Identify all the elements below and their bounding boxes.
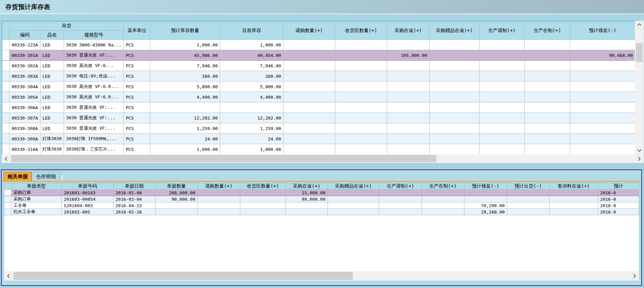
cell[interactable]: 工令单 <box>11 202 61 209</box>
cell[interactable] <box>429 82 479 92</box>
column-header-group-inventory[interactable]: 存货 <box>9 22 124 31</box>
row-selector-header[interactable] <box>2 22 9 40</box>
row-selector-cell[interactable] <box>4 196 11 202</box>
cell[interactable] <box>240 196 285 202</box>
column-header[interactable]: 采购在途(+) <box>286 183 328 190</box>
cell[interactable]: LED <box>40 92 64 102</box>
cell[interactable] <box>240 202 285 209</box>
cell[interactable]: 3030 普通光效 VF:... <box>64 113 124 123</box>
cell[interactable] <box>570 123 635 134</box>
cell[interactable] <box>335 92 387 102</box>
inventory-row[interactable]: 00330-305ALED3030 高光效 VF:6.0...PCS4,400.… <box>2 92 635 102</box>
cell[interactable] <box>525 144 570 155</box>
cell[interactable] <box>429 144 479 155</box>
cell[interactable]: 201601-00143 <box>62 190 113 196</box>
cell[interactable]: 2016-0 <box>598 202 639 209</box>
cell[interactable]: 90,000.00 <box>155 196 197 202</box>
cell[interactable] <box>387 102 430 113</box>
cell[interactable] <box>286 202 328 209</box>
cell[interactable] <box>387 134 430 144</box>
cell[interactable] <box>429 102 479 113</box>
cell[interactable] <box>387 92 430 102</box>
column-header[interactable]: 单据类型 <box>11 183 61 190</box>
cell[interactable]: 7,946.00 <box>150 61 220 71</box>
cell[interactable]: 12,202.00 <box>220 113 283 123</box>
document-row[interactable]: 托外工令单201602-0052016-02-2629,268.002016-0 <box>4 209 639 215</box>
cell[interactable] <box>525 134 570 144</box>
cell[interactable] <box>429 134 479 144</box>
cell[interactable] <box>335 134 387 144</box>
cell[interactable] <box>150 102 220 113</box>
column-header[interactable]: 预计库存数量 <box>150 22 220 40</box>
cell[interactable] <box>335 40 387 50</box>
row-selector-cell[interactable] <box>2 123 9 134</box>
cell[interactable]: 00330-303A <box>9 71 40 82</box>
cell[interactable]: 3030 高光效 VF:6.0... <box>64 82 124 92</box>
hscroll-thumb[interactable] <box>11 155 436 162</box>
cell[interactable]: 00330-309A <box>9 134 40 144</box>
column-header[interactable]: 目前库存 <box>220 22 283 40</box>
cell[interactable] <box>335 50 387 61</box>
cell[interactable]: 1,000.00 <box>220 40 283 50</box>
cell[interactable] <box>507 190 549 196</box>
cell[interactable] <box>197 209 240 215</box>
cell[interactable] <box>570 134 635 144</box>
cell[interactable]: 2016-0 <box>598 209 639 215</box>
cell[interactable]: PCS <box>124 102 150 113</box>
cell[interactable] <box>479 134 525 144</box>
inventory-row[interactable]: 00330-309A灯珠30303030灯珠 IF500MA,...PCS24.… <box>2 134 635 144</box>
cell[interactable] <box>479 40 525 50</box>
cell[interactable] <box>283 92 335 102</box>
cell[interactable] <box>429 40 479 50</box>
cell[interactable] <box>240 209 285 215</box>
cell[interactable] <box>525 50 570 61</box>
cell[interactable]: LED <box>40 40 64 50</box>
row-selector-cell[interactable] <box>4 202 11 209</box>
cell[interactable]: 00330-301A <box>9 50 40 61</box>
cell[interactable] <box>479 113 525 123</box>
cell[interactable]: 1,000.00 <box>150 40 220 50</box>
cell[interactable]: 1,000.00 <box>150 144 220 155</box>
column-header[interactable]: 收货区数量(+) <box>240 183 285 190</box>
cell[interactable] <box>335 71 387 82</box>
row-selector-cell[interactable] <box>2 134 9 144</box>
cell[interactable]: 201603-00054 <box>62 196 113 202</box>
cell[interactable] <box>429 123 479 134</box>
cell[interactable] <box>549 209 598 215</box>
cell[interactable] <box>387 61 430 71</box>
cell[interactable] <box>387 82 430 92</box>
cell[interactable]: PCS <box>124 40 150 50</box>
cell[interactable] <box>328 196 379 202</box>
cell[interactable]: 采购订单 <box>11 196 61 202</box>
cell[interactable] <box>525 40 570 50</box>
cell[interactable] <box>549 202 598 209</box>
document-row[interactable]: 采购订单201601-001432016-01-08208,000.0015,0… <box>4 190 639 196</box>
cell[interactable] <box>283 82 335 92</box>
column-header[interactable]: 预计领发(-) <box>464 183 507 190</box>
cell[interactable]: 00330-305A <box>9 92 40 102</box>
row-selector-cell[interactable] <box>2 92 9 102</box>
column-header[interactable]: 请购数量(+) <box>283 22 335 40</box>
column-header[interactable]: 基本单位 <box>124 22 150 40</box>
cell[interactable]: 托外工令单 <box>11 209 61 215</box>
cell[interactable]: 3030 普通光效 VF:... <box>64 123 124 134</box>
cell[interactable]: 7,946.00 <box>220 61 283 71</box>
cell[interactable] <box>525 71 570 82</box>
column-header[interactable]: 预计 <box>598 183 639 190</box>
cell[interactable] <box>335 61 387 71</box>
cell[interactable]: 2016-01-08 <box>113 190 155 196</box>
cell[interactable]: 00330-306A <box>9 102 40 113</box>
cell[interactable] <box>286 209 328 215</box>
cell[interactable]: 260.00 <box>220 71 283 82</box>
cell[interactable] <box>379 202 422 209</box>
cell[interactable] <box>525 113 570 123</box>
row-selector-cell[interactable] <box>4 209 11 215</box>
cell[interactable] <box>335 144 387 155</box>
cell[interactable]: 4,400.00 <box>150 92 220 102</box>
cell[interactable] <box>387 71 430 82</box>
cell[interactable] <box>197 196 240 202</box>
cell[interactable] <box>507 196 549 202</box>
cell[interactable]: 105,000.00 <box>387 50 430 61</box>
inventory-row[interactable]: 00330-308ALED3030 普通光效 VF:...PCS1,259.00… <box>2 123 635 134</box>
cell[interactable] <box>283 144 335 155</box>
